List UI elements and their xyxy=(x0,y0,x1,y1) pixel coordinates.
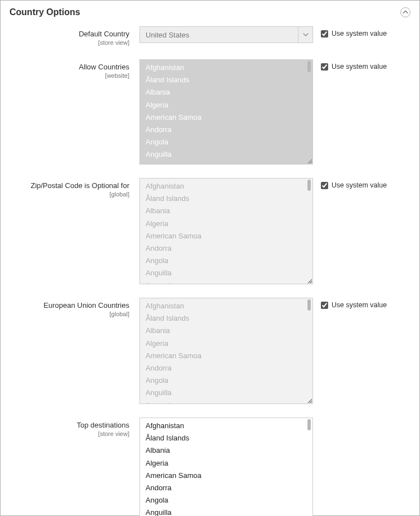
use-system-label: Use system value xyxy=(332,301,387,309)
list-item[interactable]: Algeria xyxy=(140,337,312,350)
list-item[interactable]: Angola xyxy=(140,255,312,267)
scrollbar-track xyxy=(307,299,311,398)
list-item[interactable]: American Samoa xyxy=(140,350,312,362)
label-col: Default Country [store view] xyxy=(10,26,139,46)
select-value: United States xyxy=(140,27,298,43)
eu-countries-multiselect[interactable]: AfghanistanÅland IslandsAlbaniaAlgeriaAm… xyxy=(139,298,313,404)
collapse-toggle[interactable] xyxy=(400,7,410,17)
list-item[interactable]: Algeria xyxy=(140,457,312,470)
control-col: United States xyxy=(139,26,313,43)
scrollbar-thumb[interactable] xyxy=(307,419,311,430)
field-scope: [global] xyxy=(10,191,129,198)
scrollbar-thumb[interactable] xyxy=(307,61,311,72)
panel-header: Country Options xyxy=(1,1,419,23)
list-item[interactable]: American Samoa xyxy=(140,470,312,482)
list-item[interactable]: Angola xyxy=(140,136,312,148)
use-system-checkbox[interactable] xyxy=(321,63,328,71)
field-label: Allow Countries xyxy=(10,63,129,71)
list-item[interactable]: Åland Islands xyxy=(140,432,312,444)
list-item[interactable]: Angola xyxy=(140,374,312,387)
label-col: European Union Countries [global] xyxy=(10,298,139,317)
field-scope: [store view] xyxy=(10,430,129,437)
list-item[interactable]: American Samoa xyxy=(140,111,312,124)
list-item[interactable]: Andorra xyxy=(140,242,312,255)
list-item[interactable]: Albania xyxy=(140,325,312,337)
use-system-checkbox[interactable] xyxy=(321,182,328,189)
label-col: Zip/Postal Code is Optional for [global] xyxy=(10,178,139,198)
list-item[interactable]: Afghanistan xyxy=(140,62,312,74)
list-item[interactable]: Anguilla xyxy=(140,387,312,399)
use-system-col: Use system value xyxy=(313,26,387,37)
list-item[interactable]: Andorra xyxy=(140,482,312,494)
list-item[interactable]: American Samoa xyxy=(140,230,312,242)
control-col: AfghanistanÅland IslandsAlbaniaAlgeriaAm… xyxy=(139,298,313,404)
list-item[interactable]: Andorra xyxy=(140,362,312,374)
field-scope: [global] xyxy=(10,311,129,317)
list-item[interactable]: Algeria xyxy=(140,99,312,111)
scrollbar-thumb[interactable] xyxy=(307,299,311,311)
list-item[interactable]: Algeria xyxy=(140,218,312,230)
zip-optional-multiselect[interactable]: AfghanistanÅland IslandsAlbaniaAlgeriaAm… xyxy=(139,178,313,284)
multiselect-options: AfghanistanÅland IslandsAlbaniaAlgeriaAm… xyxy=(140,418,312,516)
label-col: Allow Countries [website] xyxy=(10,59,139,79)
chevron-down-icon xyxy=(303,32,309,37)
resize-grip[interactable] xyxy=(307,158,312,164)
field-eu-countries: European Union Countries [global] Afghan… xyxy=(10,298,410,404)
scrollbar-track xyxy=(307,61,311,158)
scrollbar-track xyxy=(307,180,311,278)
multiselect-options: AfghanistanÅland IslandsAlbaniaAlgeriaAm… xyxy=(140,298,312,404)
multiselect-options: AfghanistanÅland IslandsAlbaniaAlgeriaAm… xyxy=(140,60,312,164)
use-system-checkbox[interactable] xyxy=(321,30,328,37)
use-system-checkbox[interactable] xyxy=(321,302,328,309)
resize-grip[interactable] xyxy=(307,398,312,404)
use-system-label: Use system value xyxy=(332,63,387,71)
use-system-label: Use system value xyxy=(332,30,387,37)
control-col: AfghanistanÅland IslandsAlbaniaAlgeriaAm… xyxy=(139,178,313,284)
list-item[interactable]: Antarctica xyxy=(140,400,312,404)
list-item[interactable]: Antarctica xyxy=(140,161,312,165)
select-caret xyxy=(298,27,312,43)
list-item[interactable]: Anguilla xyxy=(140,506,312,516)
list-item[interactable]: Andorra xyxy=(140,124,312,136)
use-system-col: Use system value xyxy=(313,178,387,189)
list-item[interactable]: Albania xyxy=(140,86,312,98)
field-scope: [store view] xyxy=(10,39,129,46)
field-allow-countries: Allow Countries [website] AfghanistanÅla… xyxy=(10,59,410,165)
list-item[interactable]: Albania xyxy=(140,205,312,217)
chevron-up-icon xyxy=(403,10,408,15)
use-system-col xyxy=(313,418,321,421)
list-item[interactable]: Åland Islands xyxy=(140,74,312,86)
use-system-col: Use system value xyxy=(313,298,387,309)
list-item[interactable]: Afghanistan xyxy=(140,180,312,193)
multiselect-options: AfghanistanÅland IslandsAlbaniaAlgeriaAm… xyxy=(140,179,312,284)
default-country-select[interactable]: United States xyxy=(139,26,313,43)
resize-grip[interactable] xyxy=(307,278,312,284)
field-zip-optional: Zip/Postal Code is Optional for [global]… xyxy=(10,178,410,284)
field-top-destinations: Top destinations [store view] Afghanista… xyxy=(10,418,410,516)
panel-title: Country Options xyxy=(10,7,80,17)
panel-body: Default Country [store view] United Stat… xyxy=(1,23,419,516)
allow-countries-multiselect[interactable]: AfghanistanÅland IslandsAlbaniaAlgeriaAm… xyxy=(139,59,313,165)
control-col: AfghanistanÅland IslandsAlbaniaAlgeriaAm… xyxy=(139,59,313,165)
list-item[interactable]: Åland Islands xyxy=(140,193,312,205)
use-system-label: Use system value xyxy=(332,181,387,189)
list-item[interactable]: Anguilla xyxy=(140,267,312,279)
field-default-country: Default Country [store view] United Stat… xyxy=(10,26,410,46)
field-label: European Union Countries xyxy=(10,301,129,309)
country-options-panel: Country Options Default Country [store v… xyxy=(0,0,420,516)
field-label: Top destinations xyxy=(10,421,129,429)
list-item[interactable]: Angola xyxy=(140,494,312,506)
field-label: Default Country xyxy=(10,30,129,38)
list-item[interactable]: Åland Islands xyxy=(140,312,312,325)
scrollbar-thumb[interactable] xyxy=(307,180,311,191)
list-item[interactable]: Antarctica xyxy=(140,280,312,284)
list-item[interactable]: Anguilla xyxy=(140,148,312,161)
list-item[interactable]: Albania xyxy=(140,444,312,457)
control-col: AfghanistanÅland IslandsAlbaniaAlgeriaAm… xyxy=(139,418,313,516)
top-destinations-multiselect[interactable]: AfghanistanÅland IslandsAlbaniaAlgeriaAm… xyxy=(139,418,313,516)
list-item[interactable]: Afghanistan xyxy=(140,300,312,312)
list-item[interactable]: Afghanistan xyxy=(140,420,312,432)
use-system-col: Use system value xyxy=(313,59,387,71)
scrollbar-track xyxy=(307,419,311,516)
field-label: Zip/Postal Code is Optional for xyxy=(10,181,129,190)
